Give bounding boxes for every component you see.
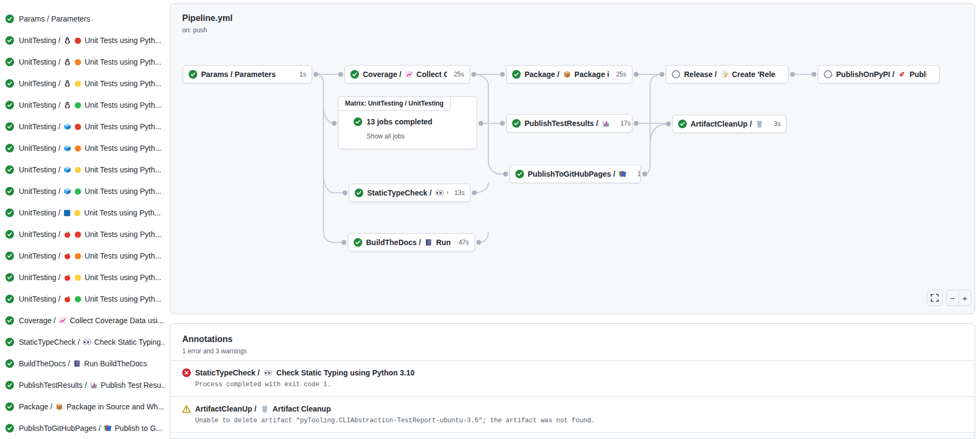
graph-node-artifact-cleanup[interactable]: ArtifactCleanUp /Artifac...3s [672,115,786,133]
windows-cube-icon [64,166,71,173]
graph-node-static-type-check[interactable]: StaticTypeCheck /Chec...13s [349,184,471,202]
sidebar-job-item[interactable]: UnitTesting /Unit Tests using Pyth... [0,224,165,245]
node-job-label: PublishTestResults / [524,119,598,128]
sidebar-job-item[interactable]: UnitTesting /Unit Tests using Pyth... [0,202,165,224]
node-job-label: StaticTypeCheck / [367,189,432,197]
check-circle-icon [5,230,14,239]
check-circle-icon [5,402,14,411]
sidebar-job-item[interactable]: Package /Package in Source and Wh... [0,396,165,417]
penguin-icon [64,37,71,44]
workflow-graph-card: Pipeline.yml on: push Params / Parameter… [170,3,975,314]
sidebar-job-item[interactable]: UnitTesting /Unit Tests using Pyth... [0,267,165,288]
check-circle-icon [678,120,687,128]
sidebar-job-text: UnitTesting /Unit Tests using Pyth... [19,36,161,45]
sidebar-job-item[interactable]: Coverage /Collect Coverage Data usi... [0,310,165,331]
books-icon [104,424,112,432]
job-name: UnitTesting / [19,295,60,303]
graph-node-publish-test-results[interactable]: PublishTestResults /Pu...17s [506,114,632,133]
sidebar-job-item[interactable]: UnitTesting /Unit Tests using Pyth... [0,159,165,180]
run-name: Unit Tests using Pyth... [85,165,161,174]
run-name: Unit Tests using Pyth... [85,295,161,303]
run-name: Unit Tests using Pyth... [85,79,161,88]
sidebar-job-item[interactable]: UnitTesting /Unit Tests using Pyth... [0,288,165,310]
sidebar-job-text: PublishToGitHubPages /Publish to G... [19,424,162,433]
zoom-out-button[interactable]: − [946,290,959,306]
matrix-group-label: Matrix: UnitTesting / UnitTesting [339,97,451,111]
check-circle-icon [5,359,14,368]
graph-node-params[interactable]: Params / Parameters1s [183,65,312,83]
python-yellow-icon [74,80,81,87]
run-name: Unit Tests using Pyth... [85,58,161,66]
sidebar-job-text: UnitTesting /Unit Tests using Pyth... [19,230,161,239]
zoom-controls: − + [946,290,971,306]
sidebar-job-item[interactable]: PublishToGitHubPages /Publish to G... [0,417,165,439]
sidebar-job-item[interactable]: UnitTesting /Unit Tests using Pyth... [0,116,165,137]
graph-node-package[interactable]: Package /Package in So...25s [506,65,632,83]
annotations-list: StaticTypeCheck /Check Static Typing usi… [170,360,975,433]
job-name: Package / [19,402,52,411]
node-job-label: Release / [684,70,717,79]
fullscreen-button[interactable] [927,290,943,306]
books-icon [619,170,626,178]
run-name: Collect Coverage Data usi... [70,316,163,325]
check-circle-icon [5,208,14,217]
apple-icon [64,231,71,238]
node-duration: 13s [634,170,641,178]
python-orange-icon [74,145,81,152]
graph-node-publish-to-github-pages[interactable]: PublishToGitHubPages /...13s [509,165,641,183]
annotation-job: StaticTypeCheck / [195,368,260,377]
blue-square-icon [64,210,71,217]
run-name: Publish Test Resu... [101,381,165,389]
sidebar-job-text: UnitTesting /Unit Tests using Pyth... [19,273,161,282]
sidebar-job-item[interactable]: StaticTypeCheck /Check Static Typing... [0,331,165,353]
check-circle-icon [5,381,14,389]
sidebar-job-item[interactable]: UnitTesting /Unit Tests using Pyth... [0,137,165,159]
show-all-jobs-link[interactable]: Show all jobs [367,133,405,140]
annotation-title-link[interactable]: ArtifactCleanUp /Artifact Cleanup [182,405,963,413]
sidebar-job-item[interactable]: UnitTesting /Unit Tests using Pyth... [0,245,165,267]
job-name: UnitTesting / [19,208,60,217]
run-name: Unit Tests using Pyth... [85,144,161,152]
sidebar-job-item[interactable]: UnitTesting /Unit Tests using Pyth... [0,94,165,116]
sidebar-job-text: Coverage /Collect Coverage Data usi... [19,316,164,325]
x-circle-icon [182,368,191,377]
check-circle-icon [5,58,14,66]
sidebar-job-text: StaticTypeCheck /Check Static Typing... [19,338,165,346]
python-red-icon [74,37,81,44]
python-red-icon [74,231,81,238]
node-run-name: Collect Cove... [417,70,447,79]
run-name: Package in Source and Wh... [66,402,164,411]
check-circle-icon [5,15,14,23]
package-icon [563,71,571,78]
graph-node-coverage[interactable]: Coverage /Collect Cove...25s [344,65,470,83]
check-circle-icon [5,252,14,260]
check-circle-icon [5,273,14,282]
penguin-icon [64,101,71,109]
check-circle-icon [5,79,14,88]
run-name: Publish to G... [115,424,162,433]
node-duration: 1s [296,71,306,78]
windows-cube-icon [64,123,71,130]
sidebar-job-item[interactable]: UnitTesting /Unit Tests using Pyth... [0,73,165,94]
sidebar-job-item[interactable]: PublishTestResults /Publish Test Resu... [0,374,165,396]
sidebar-job-item[interactable]: UnitTesting /Unit Tests using Pyth... [0,30,165,51]
graph-node-release[interactable]: Release /Create 'Release P... [666,65,789,83]
job-name: Coverage / [19,316,56,325]
graph-node-build-the-docs[interactable]: BuildTheDocs /Run Buil...47s [348,233,475,252]
sidebar-job-text: UnitTesting /Unit Tests using Pyth... [19,101,161,109]
zoom-in-button[interactable]: + [958,290,971,306]
annotation-title-link[interactable]: StaticTypeCheck /Check Static Typing usi… [182,368,963,377]
sidebar-job-item[interactable]: BuildTheDocs /Run BuildTheDocs [0,353,165,374]
sidebar-job-item[interactable]: UnitTesting /Unit Tests using Pyth... [0,180,165,202]
sidebar-job-text: BuildTheDocs /Run BuildTheDocs [19,359,147,368]
sidebar-job-item[interactable]: UnitTesting /Unit Tests using Pyth... [0,51,165,73]
check-circle-icon [354,238,362,247]
bar-chart-icon [602,120,610,127]
job-name: UnitTesting / [19,122,60,131]
matrix-summary: 13 jobs completed [354,117,432,126]
graph-node-publish-on-pypi[interactable]: PublishOnPyPI /Publish to ... [818,65,940,83]
sidebar-job-item[interactable]: Params / Parameters [0,8,165,30]
job-name: UnitTesting / [19,58,60,66]
eyes-icon [436,190,444,196]
sidebar-job-text: PublishTestResults /Publish Test Resu... [19,381,165,389]
